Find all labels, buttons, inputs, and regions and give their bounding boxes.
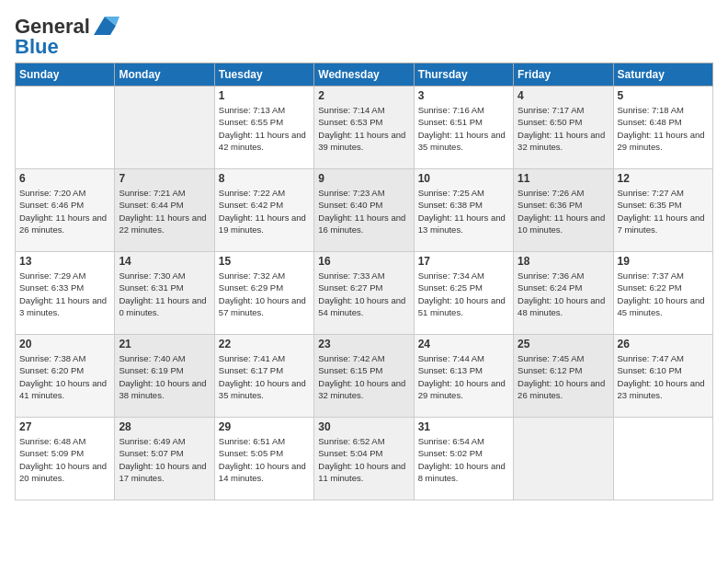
day-info: Sunrise: 7:32 AM Sunset: 6:29 PM Dayligh… — [219, 270, 310, 318]
day-info: Sunrise: 6:54 AM Sunset: 5:02 PM Dayligh… — [418, 435, 509, 484]
logo: General Blue — [15, 15, 119, 59]
calendar-cell: 22Sunrise: 7:41 AM Sunset: 6:17 PM Dayli… — [214, 335, 313, 418]
day-info: Sunrise: 7:21 AM Sunset: 6:44 PM Dayligh… — [119, 187, 210, 236]
day-number: 31 — [418, 420, 509, 433]
day-info: Sunrise: 7:41 AM Sunset: 6:17 PM Dayligh… — [219, 352, 310, 401]
calendar-cell — [514, 418, 613, 500]
day-info: Sunrise: 7:23 AM Sunset: 6:40 PM Dayligh… — [318, 187, 409, 236]
weekday-header: Thursday — [414, 63, 513, 86]
calendar-cell: 28Sunrise: 6:49 AM Sunset: 5:07 PM Dayli… — [115, 418, 214, 500]
calendar-cell — [115, 86, 214, 169]
weekday-header: Wednesday — [314, 63, 414, 86]
calendar-week-row: 27Sunrise: 6:48 AM Sunset: 5:09 PM Dayli… — [16, 418, 713, 500]
day-info: Sunrise: 7:20 AM Sunset: 6:46 PM Dayligh… — [19, 187, 110, 236]
day-info: Sunrise: 7:16 AM Sunset: 6:51 PM Dayligh… — [418, 104, 509, 153]
calendar-week-row: 20Sunrise: 7:38 AM Sunset: 6:20 PM Dayli… — [16, 335, 713, 418]
calendar-cell: 10Sunrise: 7:25 AM Sunset: 6:38 PM Dayli… — [414, 169, 513, 252]
calendar-cell: 5Sunrise: 7:18 AM Sunset: 6:48 PM Daylig… — [613, 86, 712, 169]
day-number: 25 — [518, 338, 609, 350]
day-info: Sunrise: 7:38 AM Sunset: 6:20 PM Dayligh… — [19, 352, 110, 401]
day-number: 9 — [318, 172, 409, 185]
day-number: 7 — [119, 172, 210, 185]
calendar-cell: 31Sunrise: 6:54 AM Sunset: 5:02 PM Dayli… — [414, 418, 513, 500]
calendar-cell: 15Sunrise: 7:32 AM Sunset: 6:29 PM Dayli… — [214, 252, 313, 335]
day-number: 18 — [518, 255, 609, 268]
day-number: 8 — [219, 172, 310, 185]
day-number: 17 — [418, 255, 509, 268]
day-info: Sunrise: 7:17 AM Sunset: 6:50 PM Dayligh… — [518, 104, 609, 153]
day-info: Sunrise: 6:52 AM Sunset: 5:04 PM Dayligh… — [318, 435, 409, 484]
day-info: Sunrise: 6:48 AM Sunset: 5:09 PM Dayligh… — [19, 435, 110, 484]
calendar-cell: 26Sunrise: 7:47 AM Sunset: 6:10 PM Dayli… — [613, 335, 712, 418]
day-number: 16 — [318, 255, 409, 268]
calendar-cell: 8Sunrise: 7:22 AM Sunset: 6:42 PM Daylig… — [214, 169, 313, 252]
weekday-header: Saturday — [613, 63, 712, 86]
day-number: 15 — [219, 255, 310, 268]
page-header: General Blue — [15, 15, 713, 59]
weekday-header: Monday — [115, 63, 214, 86]
calendar-cell: 30Sunrise: 6:52 AM Sunset: 5:04 PM Dayli… — [314, 418, 414, 500]
day-info: Sunrise: 7:33 AM Sunset: 6:27 PM Dayligh… — [318, 270, 409, 318]
calendar-cell: 6Sunrise: 7:20 AM Sunset: 6:46 PM Daylig… — [16, 169, 115, 252]
day-number: 5 — [618, 89, 709, 102]
calendar-cell: 1Sunrise: 7:13 AM Sunset: 6:55 PM Daylig… — [214, 86, 313, 169]
day-number: 14 — [119, 255, 210, 268]
weekday-header: Sunday — [16, 63, 115, 86]
calendar-cell: 2Sunrise: 7:14 AM Sunset: 6:53 PM Daylig… — [314, 86, 414, 169]
day-number: 27 — [19, 420, 110, 433]
day-info: Sunrise: 7:36 AM Sunset: 6:24 PM Dayligh… — [518, 270, 609, 318]
day-number: 28 — [119, 420, 210, 433]
day-info: Sunrise: 7:47 AM Sunset: 6:10 PM Dayligh… — [618, 352, 709, 401]
day-info: Sunrise: 7:25 AM Sunset: 6:38 PM Dayligh… — [418, 187, 509, 236]
day-number: 26 — [618, 338, 709, 350]
calendar-week-row: 6Sunrise: 7:20 AM Sunset: 6:46 PM Daylig… — [16, 169, 713, 252]
day-number: 4 — [518, 89, 609, 102]
calendar-cell: 9Sunrise: 7:23 AM Sunset: 6:40 PM Daylig… — [314, 169, 414, 252]
day-number: 23 — [318, 338, 409, 350]
day-number: 6 — [19, 172, 110, 185]
calendar-cell: 13Sunrise: 7:29 AM Sunset: 6:33 PM Dayli… — [16, 252, 115, 335]
calendar-cell: 11Sunrise: 7:26 AM Sunset: 6:36 PM Dayli… — [514, 169, 613, 252]
weekday-header: Friday — [514, 63, 613, 86]
day-number: 22 — [219, 338, 310, 350]
day-info: Sunrise: 6:51 AM Sunset: 5:05 PM Dayligh… — [219, 435, 310, 484]
day-info: Sunrise: 7:26 AM Sunset: 6:36 PM Dayligh… — [518, 187, 609, 236]
day-info: Sunrise: 7:40 AM Sunset: 6:19 PM Dayligh… — [119, 352, 210, 401]
calendar-cell: 25Sunrise: 7:45 AM Sunset: 6:12 PM Dayli… — [514, 335, 613, 418]
day-number: 2 — [318, 89, 409, 102]
day-number: 24 — [418, 338, 509, 350]
day-number: 11 — [518, 172, 609, 185]
calendar-cell: 18Sunrise: 7:36 AM Sunset: 6:24 PM Dayli… — [514, 252, 613, 335]
day-number: 30 — [318, 420, 409, 433]
day-info: Sunrise: 6:49 AM Sunset: 5:07 PM Dayligh… — [119, 435, 210, 484]
calendar-cell: 17Sunrise: 7:34 AM Sunset: 6:25 PM Dayli… — [414, 252, 513, 335]
day-info: Sunrise: 7:27 AM Sunset: 6:35 PM Dayligh… — [618, 187, 709, 236]
day-info: Sunrise: 7:42 AM Sunset: 6:15 PM Dayligh… — [318, 352, 409, 401]
calendar-table: SundayMondayTuesdayWednesdayThursdayFrid… — [15, 63, 713, 500]
calendar-cell: 14Sunrise: 7:30 AM Sunset: 6:31 PM Dayli… — [115, 252, 214, 335]
calendar-cell: 20Sunrise: 7:38 AM Sunset: 6:20 PM Dayli… — [16, 335, 115, 418]
day-info: Sunrise: 7:45 AM Sunset: 6:12 PM Dayligh… — [518, 352, 609, 401]
calendar-cell: 7Sunrise: 7:21 AM Sunset: 6:44 PM Daylig… — [115, 169, 214, 252]
calendar-week-row: 1Sunrise: 7:13 AM Sunset: 6:55 PM Daylig… — [16, 86, 713, 169]
calendar-cell: 19Sunrise: 7:37 AM Sunset: 6:22 PM Dayli… — [613, 252, 712, 335]
calendar-week-row: 13Sunrise: 7:29 AM Sunset: 6:33 PM Dayli… — [16, 252, 713, 335]
calendar-cell: 23Sunrise: 7:42 AM Sunset: 6:15 PM Dayli… — [314, 335, 414, 418]
day-number: 10 — [418, 172, 509, 185]
calendar-cell: 29Sunrise: 6:51 AM Sunset: 5:05 PM Dayli… — [214, 418, 313, 500]
day-info: Sunrise: 7:13 AM Sunset: 6:55 PM Dayligh… — [219, 104, 310, 153]
calendar-cell: 24Sunrise: 7:44 AM Sunset: 6:13 PM Dayli… — [414, 335, 513, 418]
logo-icon — [92, 15, 119, 39]
calendar-cell: 21Sunrise: 7:40 AM Sunset: 6:19 PM Dayli… — [115, 335, 214, 418]
logo-blue-text: Blue — [15, 35, 59, 59]
calendar-cell: 3Sunrise: 7:16 AM Sunset: 6:51 PM Daylig… — [414, 86, 513, 169]
calendar-cell: 4Sunrise: 7:17 AM Sunset: 6:50 PM Daylig… — [514, 86, 613, 169]
calendar-cell: 27Sunrise: 6:48 AM Sunset: 5:09 PM Dayli… — [16, 418, 115, 500]
day-number: 1 — [219, 89, 310, 102]
day-number: 12 — [618, 172, 709, 185]
day-info: Sunrise: 7:34 AM Sunset: 6:25 PM Dayligh… — [418, 270, 509, 318]
calendar-cell: 12Sunrise: 7:27 AM Sunset: 6:35 PM Dayli… — [613, 169, 712, 252]
day-info: Sunrise: 7:44 AM Sunset: 6:13 PM Dayligh… — [418, 352, 509, 401]
weekday-header: Tuesday — [214, 63, 313, 86]
day-number: 29 — [219, 420, 310, 433]
